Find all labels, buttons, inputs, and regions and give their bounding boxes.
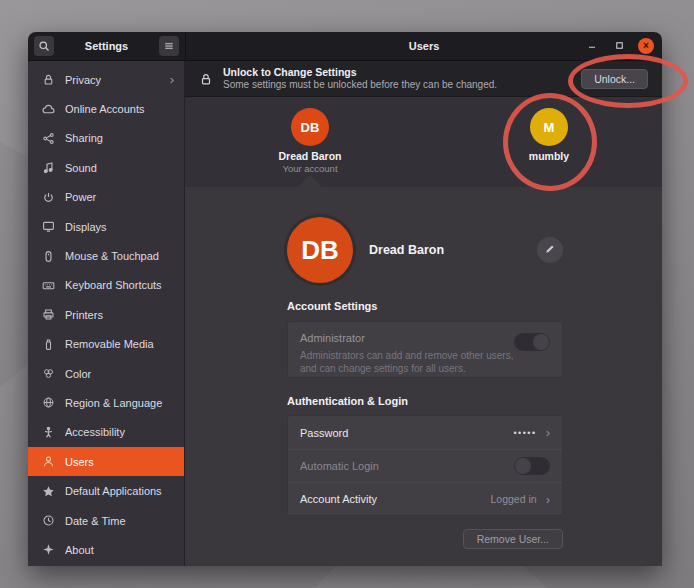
avatar: M [530, 108, 568, 146]
maximize-button[interactable] [611, 38, 627, 54]
sidebar-item-region-language[interactable]: Region & Language [28, 388, 184, 417]
share-icon [41, 131, 55, 145]
chevron-right-icon: › [546, 426, 550, 439]
main-header: Users × [186, 32, 662, 60]
user-chip-mumbly[interactable]: M mumbly [507, 108, 591, 162]
unlock-button[interactable]: Unlock... [581, 69, 648, 89]
clock-icon [41, 514, 55, 528]
sidebar-item-online-accounts[interactable]: Online Accounts [28, 94, 184, 123]
lock-icon [41, 73, 55, 87]
auth-login-heading: Authentication & Login [287, 395, 563, 407]
window-controls: × [584, 38, 654, 54]
sidebar-item-default-applications[interactable]: Default Applications [28, 476, 184, 505]
unlock-banner-title: Unlock to Change Settings [223, 66, 497, 79]
user-subtitle: Your account [268, 163, 352, 174]
user-name: mumbly [507, 150, 591, 162]
sidebar-item-keyboard-shortcuts[interactable]: Keyboard Shortcuts [28, 271, 184, 300]
cloud-icon [41, 102, 55, 116]
keyboard-icon [41, 278, 55, 292]
chevron-right-icon: › [170, 72, 174, 87]
account-activity-row[interactable]: Account Activity Logged in › [288, 482, 562, 515]
account-activity-value: Logged in [491, 493, 537, 505]
user-icon [41, 455, 55, 469]
remove-user-button[interactable]: Remove User... [463, 529, 563, 549]
music-note-icon [41, 161, 55, 175]
sidebar-item-date-time[interactable]: Date & Time [28, 506, 184, 535]
sidebar-item-removable-media[interactable]: Removable Media [28, 330, 184, 359]
users-panel: Unlock to Change Settings Some settings … [185, 61, 662, 566]
sidebar-item-power[interactable]: Power [28, 183, 184, 212]
avatar-initials: DB [301, 235, 339, 266]
maximize-icon [614, 37, 625, 55]
power-icon [41, 190, 55, 204]
settings-window: Settings Users × [28, 32, 662, 566]
avatar-initials: DB [301, 120, 320, 135]
avatar: DB [291, 108, 329, 146]
headerbar: Settings Users × [28, 32, 662, 61]
automatic-login-row: Automatic Login [288, 449, 562, 482]
window-title-settings: Settings [54, 40, 159, 52]
profile-row: DB Dread Baron [287, 217, 563, 283]
usb-drive-icon [41, 337, 55, 351]
administrator-toggle[interactable] [514, 333, 550, 351]
avatar: DB [287, 217, 353, 283]
sparkle-icon [41, 543, 55, 557]
unlock-banner: Unlock to Change Settings Some settings … [185, 61, 662, 97]
sidebar-item-displays[interactable]: Displays [28, 212, 184, 241]
sidebar-header: Settings [28, 32, 186, 60]
avatar-initials: M [544, 120, 555, 135]
printer-icon [41, 308, 55, 322]
sidebar: Privacy › Online Accounts Sharing Sound [28, 61, 185, 566]
close-icon: × [643, 41, 649, 51]
sidebar-item-accessibility[interactable]: Accessibility [28, 418, 184, 447]
automatic-login-label: Automatic Login [300, 460, 514, 472]
user-picker: DB Dread Baron Your account M mumbly [185, 97, 662, 187]
mouse-icon [41, 249, 55, 263]
automatic-login-toggle[interactable] [514, 457, 550, 475]
chevron-right-icon: › [546, 493, 550, 506]
accessibility-icon [41, 425, 55, 439]
search-icon [38, 40, 50, 52]
minimize-icon [586, 37, 598, 55]
administrator-description: Administrators can add and remove other … [300, 349, 515, 375]
globe-icon [41, 396, 55, 410]
sidebar-item-color[interactable]: Color [28, 359, 184, 388]
password-row[interactable]: Password ••••• › [288, 416, 562, 449]
auth-card: Password ••••• › Automatic Login Account… [287, 415, 563, 516]
minimize-button[interactable] [584, 38, 600, 54]
sidebar-item-privacy[interactable]: Privacy › [28, 65, 184, 94]
pencil-icon [544, 241, 556, 259]
color-profile-icon [41, 367, 55, 381]
padlock-icon [199, 72, 213, 86]
toggle-knob [515, 458, 531, 474]
hamburger-icon [163, 40, 175, 52]
star-icon [41, 484, 55, 498]
toggle-knob [533, 334, 549, 350]
edit-name-button[interactable] [537, 237, 563, 263]
sidebar-item-printers[interactable]: Printers [28, 300, 184, 329]
administrator-label: Administrator [300, 332, 550, 344]
sidebar-item-sharing[interactable]: Sharing [28, 124, 184, 153]
close-button[interactable]: × [638, 38, 654, 54]
user-detail: DB Dread Baron Account Settings Administ… [185, 187, 662, 566]
sidebar-item-about[interactable]: About [28, 535, 184, 564]
password-dots: ••••• [513, 428, 536, 438]
user-name: Dread Baron [268, 150, 352, 162]
selected-user-caret [298, 175, 322, 187]
sidebar-item-users[interactable]: Users [28, 447, 184, 476]
account-settings-heading: Account Settings [287, 300, 563, 312]
profile-name: Dread Baron [369, 243, 537, 257]
user-chip-dread-baron[interactable]: DB Dread Baron Your account [268, 108, 352, 174]
search-button[interactable] [34, 36, 54, 56]
menu-button[interactable] [159, 36, 179, 56]
unlock-banner-text: Unlock to Change Settings Some settings … [223, 66, 497, 92]
sidebar-item-sound[interactable]: Sound [28, 153, 184, 182]
account-activity-label: Account Activity [300, 493, 491, 505]
display-icon [41, 220, 55, 234]
sidebar-item-mouse-touchpad[interactable]: Mouse & Touchpad [28, 241, 184, 270]
unlock-banner-subtitle: Some settings must be unlocked before th… [223, 79, 497, 92]
password-label: Password [300, 427, 513, 439]
desktop: Settings Users × [0, 0, 694, 588]
administrator-card: Administrator Administrators can add and… [287, 321, 563, 378]
